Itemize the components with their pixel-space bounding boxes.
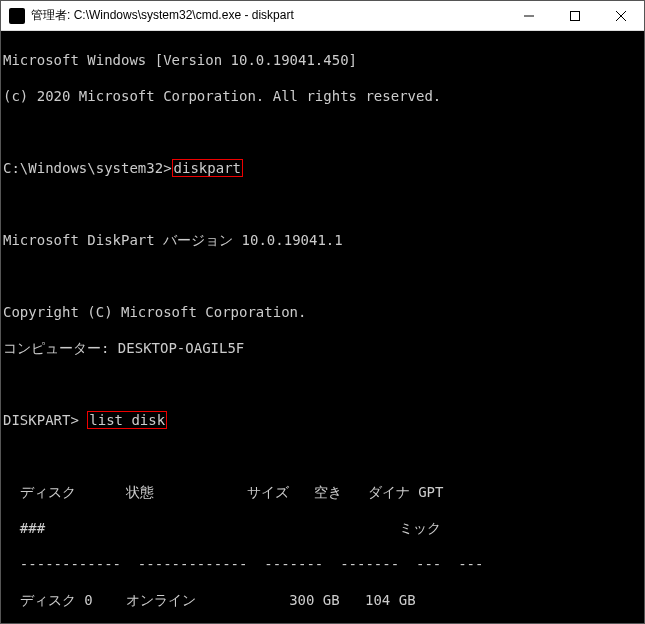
cmd-icon — [9, 8, 25, 24]
disk-rule: ------------ ------------- ------- -----… — [3, 555, 642, 573]
window-title: 管理者: C:\Windows\system32\cmd.exe - diskp… — [25, 7, 506, 24]
computer-name: コンピューター: DESKTOP-OAGIL5F — [3, 339, 642, 357]
window-controls — [506, 1, 644, 30]
terminal-output[interactable]: Microsoft Windows [Version 10.0.19041.45… — [1, 31, 644, 623]
disk-row-0: ディスク 0 オンライン 300 GB 104 GB — [3, 591, 642, 609]
cmd-diskpart: diskpart — [172, 159, 243, 177]
titlebar[interactable]: 管理者: C:\Windows\system32\cmd.exe - diskp… — [1, 1, 644, 31]
maximize-button[interactable] — [552, 1, 598, 30]
cmd-window: 管理者: C:\Windows\system32\cmd.exe - diskp… — [0, 0, 645, 624]
version-line: Microsoft Windows [Version 10.0.19041.45… — [3, 51, 642, 69]
svg-rect-1 — [571, 11, 580, 20]
copyright-line: (c) 2020 Microsoft Corporation. All righ… — [3, 87, 642, 105]
diskpart-copyright: Copyright (C) Microsoft Corporation. — [3, 303, 642, 321]
cmd-list-disk: list disk — [87, 411, 167, 429]
disk-header-1: ディスク 状態 サイズ 空き ダイナ GPT — [3, 483, 642, 501]
close-button[interactable] — [598, 1, 644, 30]
diskpart-version: Microsoft DiskPart バージョン 10.0.19041.1 — [3, 231, 642, 249]
diskpart-prompt: DISKPART> — [3, 412, 87, 428]
cwd-prompt: C:\Windows\system32> — [3, 160, 172, 176]
disk-header-2: ### ミック — [3, 519, 642, 537]
minimize-button[interactable] — [506, 1, 552, 30]
